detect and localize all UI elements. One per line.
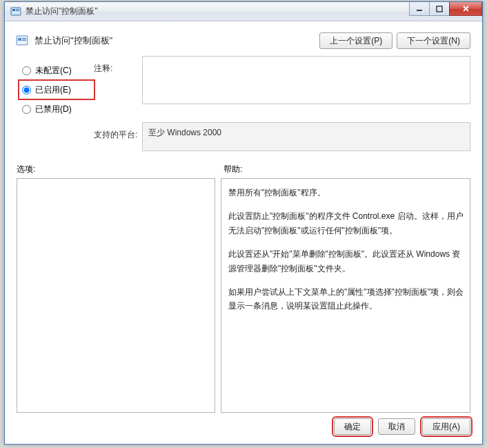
- ok-button[interactable]: 确定: [334, 418, 371, 435]
- policy-icon: [15, 34, 29, 48]
- supported-on-box: 至少 Windows 2000: [142, 122, 470, 151]
- client-area: 禁止访问"控制面板" 上一个设置(P) 下一个设置(N) 未配置(C) 已启用(…: [10, 26, 477, 439]
- svg-rect-4: [417, 10, 422, 11]
- svg-rect-8: [22, 38, 26, 39]
- svg-rect-9: [22, 40, 26, 41]
- radio-disabled-input[interactable]: [22, 105, 31, 114]
- help-paragraph: 禁用所有"控制面板"程序。: [228, 186, 466, 199]
- svg-rect-0: [11, 8, 21, 15]
- minimize-button[interactable]: [409, 2, 430, 16]
- window-title: 禁止访问"控制面板": [26, 6, 98, 17]
- policy-title: 禁止访问"控制面板": [34, 35, 319, 47]
- help-label: 帮助:: [223, 164, 242, 175]
- radio-not-configured-input[interactable]: [22, 66, 31, 75]
- dialog-window: 禁止访问"控制面板" 禁止访问"控制面板": [4, 1, 483, 445]
- next-setting-button[interactable]: 下一个设置(N): [397, 32, 470, 49]
- previous-setting-button[interactable]: 上一个设置(P): [319, 32, 392, 49]
- radio-disabled[interactable]: 已禁用(D): [19, 100, 94, 118]
- options-panel: [17, 178, 215, 413]
- comment-label: 注释:: [94, 56, 142, 75]
- dialog-footer: 确定 取消 应用(A): [334, 418, 470, 435]
- svg-rect-7: [18, 38, 21, 41]
- help-paragraph: 此设置防止"控制面板"的程序文件 Control.exe 启动。这样，用户无法启…: [228, 209, 466, 237]
- app-icon: [10, 6, 21, 17]
- maximize-button[interactable]: [429, 2, 450, 16]
- radio-enabled-label: 已启用(E): [35, 84, 71, 96]
- radio-disabled-label: 已禁用(D): [35, 104, 72, 115]
- radio-not-configured[interactable]: 未配置(C): [19, 61, 94, 79]
- svg-rect-1: [12, 9, 15, 11]
- options-label: 选项:: [17, 164, 223, 175]
- svg-rect-2: [16, 9, 19, 10]
- help-paragraph: 此设置还从"开始"菜单删除"控制面板"。此设置还从 Windows 资源管理器删…: [228, 247, 466, 275]
- window-controls: [409, 2, 482, 16]
- supported-on-text: 至少 Windows 2000: [148, 128, 221, 137]
- help-panel: 禁用所有"控制面板"程序。 此设置防止"控制面板"的程序文件 Control.e…: [221, 178, 470, 413]
- svg-rect-3: [16, 10, 19, 11]
- apply-button[interactable]: 应用(A): [422, 418, 470, 435]
- cancel-button[interactable]: 取消: [378, 418, 415, 435]
- help-paragraph: 如果用户尝试从上下文菜单上的"属性"项选择"控制面板"项，则会显示一条消息，说明…: [228, 285, 466, 313]
- radio-not-configured-label: 未配置(C): [35, 65, 72, 77]
- radio-enabled-input[interactable]: [22, 86, 31, 95]
- comment-textarea[interactable]: [142, 56, 470, 104]
- help-content[interactable]: 禁用所有"控制面板"程序。 此设置防止"控制面板"的程序文件 Control.e…: [223, 180, 468, 411]
- close-button[interactable]: [449, 2, 482, 16]
- titlebar[interactable]: 禁止访问"控制面板": [5, 2, 482, 21]
- supported-on-label: 支持的平台:: [94, 122, 142, 141]
- svg-rect-5: [437, 6, 442, 12]
- radio-group: 未配置(C) 已启用(E) 已禁用(D): [19, 56, 94, 119]
- radio-enabled[interactable]: 已启用(E): [19, 81, 94, 99]
